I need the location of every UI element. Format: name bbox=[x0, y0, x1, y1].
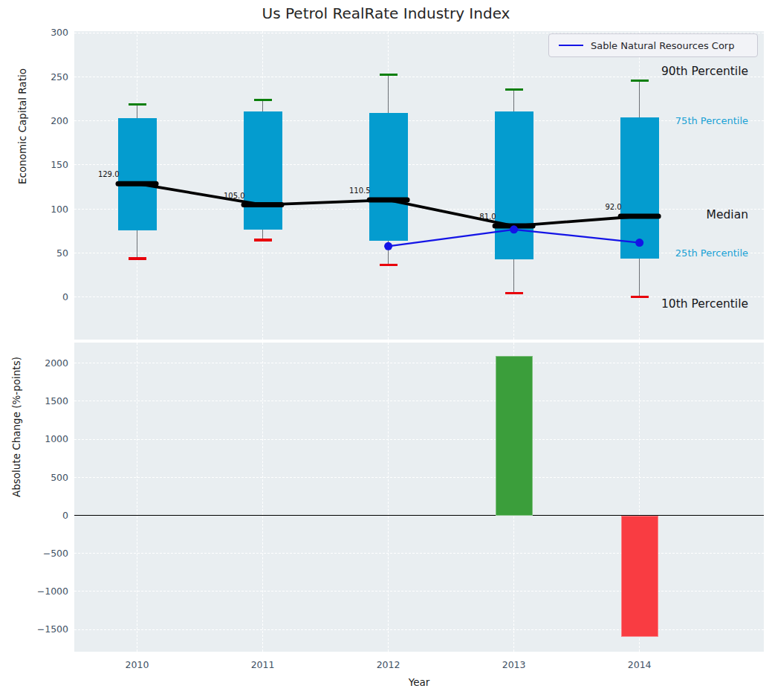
bottom-axes bbox=[74, 343, 764, 652]
y-gridline bbox=[74, 629, 764, 630]
median-value-annotation: 105.0 bbox=[224, 192, 245, 200]
x-gridline bbox=[262, 343, 263, 652]
x-gridline bbox=[137, 343, 137, 652]
y-gridline bbox=[74, 363, 764, 363]
legend-line-sample bbox=[559, 45, 583, 46]
top-axes bbox=[74, 31, 764, 340]
y-tick-label: −1500 bbox=[24, 625, 68, 635]
median-bar bbox=[241, 202, 285, 207]
median-bar bbox=[367, 198, 410, 203]
y-tick-label: 1000 bbox=[24, 435, 68, 444]
percentile-annotation: 90th Percentile bbox=[661, 65, 748, 78]
median-value-annotation: 92.0 bbox=[605, 203, 621, 211]
y-tick-label: 1500 bbox=[24, 397, 68, 406]
legend-label: Sable Natural Resources Corp bbox=[591, 40, 734, 51]
percentile-annotation: 25th Percentile bbox=[675, 248, 748, 259]
median-value-annotation: 129.0 bbox=[98, 170, 120, 178]
y-tick-label: 250 bbox=[24, 73, 68, 82]
y-tick-label: 0 bbox=[24, 511, 68, 521]
median-bar bbox=[618, 214, 661, 219]
plot-overlay bbox=[74, 31, 764, 340]
percentile-annotation: Median bbox=[707, 209, 748, 221]
percentile-annotation: 10th Percentile bbox=[661, 298, 748, 311]
x-tick-label: 2013 bbox=[484, 659, 544, 670]
y-tick-label: 150 bbox=[24, 161, 68, 170]
y-tick-label: 50 bbox=[24, 249, 68, 259]
figure: Us Petrol RealRate Industry Index Econom… bbox=[0, 0, 772, 700]
percentile-annotation: 75th Percentile bbox=[675, 116, 748, 126]
y-tick-label: −1000 bbox=[24, 587, 68, 597]
median-trend-line bbox=[137, 184, 640, 226]
median-value-annotation: 110.5 bbox=[349, 187, 371, 195]
y-gridline bbox=[74, 591, 764, 592]
y-gridline bbox=[74, 401, 764, 401]
y-tick-label: 300 bbox=[24, 28, 68, 38]
x-tick-label: 2011 bbox=[233, 659, 293, 670]
company-series-point bbox=[635, 239, 643, 247]
y-tick-label: 100 bbox=[24, 205, 68, 215]
y-tick-label: 2000 bbox=[24, 359, 68, 369]
y-gridline bbox=[74, 553, 764, 554]
y-tick-label: −500 bbox=[24, 549, 68, 559]
y-tick-label: 0 bbox=[24, 293, 68, 302]
y-gridline bbox=[74, 477, 764, 478]
change-bar-2013 bbox=[496, 356, 533, 515]
median-value-annotation: 81.0 bbox=[479, 213, 496, 221]
median-bar bbox=[116, 181, 159, 187]
company-series-point bbox=[384, 242, 392, 250]
change-bar-2014 bbox=[621, 516, 658, 637]
chart-title: Us Petrol RealRate Industry Index bbox=[0, 4, 772, 22]
y-tick-label: 500 bbox=[24, 473, 68, 483]
company-series-point bbox=[510, 225, 518, 233]
zero-line bbox=[74, 515, 764, 516]
x-tick-label: 2012 bbox=[359, 659, 418, 670]
y-gridline bbox=[74, 439, 764, 440]
y-tick-label: 200 bbox=[24, 117, 68, 126]
x-tick-label: 2014 bbox=[610, 659, 669, 670]
legend: Sable Natural Resources Corp bbox=[548, 33, 758, 57]
x-axis-label: Year bbox=[409, 676, 430, 688]
x-tick-label: 2010 bbox=[108, 659, 167, 670]
x-gridline bbox=[388, 343, 389, 652]
